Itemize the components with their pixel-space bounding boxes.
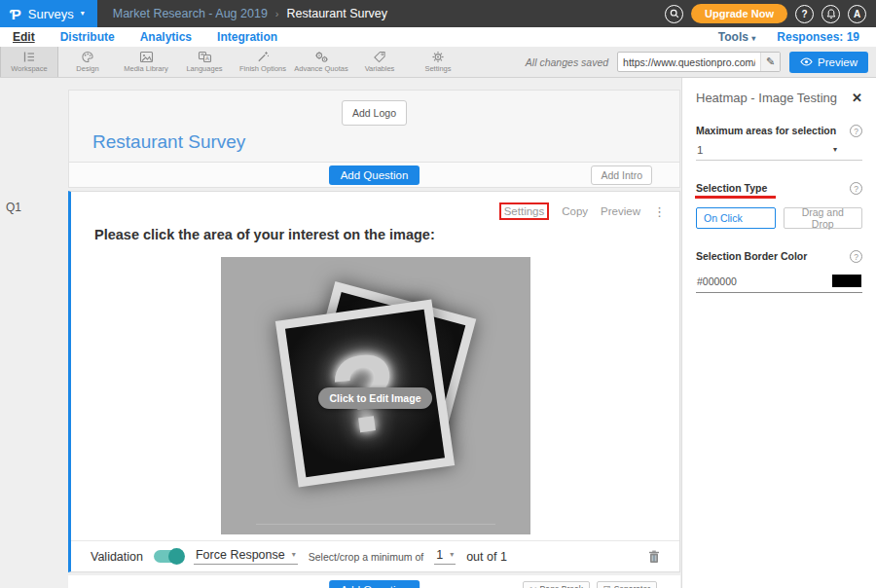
chevron-down-icon: ▾ (751, 34, 755, 43)
breadcrumb: Market Research - Aug 2019 › Restaurant … (113, 7, 387, 20)
edit-url-pencil-icon[interactable]: ✎ (760, 53, 780, 71)
validation-label: Validation (91, 550, 143, 564)
toolbar-item-finish-options[interactable]: Finish Options (234, 47, 292, 77)
survey-header-actions: Add Question Add Intro (69, 162, 679, 187)
max-areas-label: Maximum areas for selection (696, 125, 836, 136)
min-value-dropdown[interactable]: 1 ▾ (434, 548, 456, 565)
min-selection-prefix: Select/crop a minimum of (309, 551, 423, 563)
tab-distribute[interactable]: Distribute (60, 30, 115, 44)
toolbar-item-media-library[interactable]: Media Library (117, 47, 175, 77)
page-break-button[interactable]: ✂ Page Break (523, 581, 590, 588)
question-more-menu-icon[interactable]: ⋮ (653, 204, 666, 219)
tab-edit[interactable]: Edit (13, 30, 35, 44)
image-icon (139, 51, 154, 63)
add-question-button-top[interactable]: Add Question (329, 165, 420, 185)
delete-question-trash-icon[interactable] (648, 550, 660, 564)
toolbar-item-design[interactable]: Design (58, 47, 117, 77)
checkbox-icon: ☑ (603, 584, 611, 588)
border-color-label: Selection Border Color (696, 250, 807, 262)
survey-url-input[interactable] (618, 56, 760, 68)
tools-menu[interactable]: Tools ▾ (718, 30, 755, 44)
translate-icon: A (198, 51, 212, 63)
toolbar-item-advance-quotas[interactable]: Advance Quotas (292, 47, 350, 77)
max-areas-select[interactable]: 1 ▾ (696, 137, 862, 161)
topbar-actions: Upgrade Now ? A (665, 4, 876, 23)
question-preview-link[interactable]: Preview (601, 205, 640, 217)
help-icon[interactable]: ? (850, 250, 862, 263)
question-settings-panel: Heatmap - Image Testing ✕ Maximum areas … (681, 78, 876, 588)
survey-header-card: Add Logo Restaurant Survey Add Question … (68, 90, 680, 188)
chevron-down-icon: ▾ (81, 10, 85, 18)
question-text[interactable]: Please click the area of your interest o… (94, 227, 435, 242)
chevron-down-icon: ▾ (292, 551, 296, 559)
placeholder-divider (256, 524, 495, 525)
survey-url-field: ✎ (617, 52, 781, 72)
notifications-bell-icon[interactable] (821, 5, 840, 23)
help-icon[interactable]: ? (795, 5, 814, 23)
product-name: Surveys (28, 7, 74, 21)
toolbar-item-languages[interactable]: A Languages (175, 47, 234, 77)
chevron-down-icon: ▾ (450, 551, 454, 559)
upgrade-now-button[interactable]: Upgrade Now (691, 4, 787, 23)
selection-type-label: Selection Type (696, 182, 767, 194)
question-settings-link[interactable]: Settings (499, 202, 550, 220)
between-questions-bar: Add Question ✂ Page Break ☑ Separator (68, 575, 680, 588)
click-to-edit-image-button[interactable]: Click to Edit Image (318, 387, 433, 409)
tab-integration[interactable]: Integration (217, 30, 277, 44)
color-swatch[interactable] (832, 275, 861, 287)
tab-analytics[interactable]: Analytics (140, 30, 192, 44)
add-logo-button[interactable]: Add Logo (342, 100, 407, 126)
editor-toolbar: Workspace Design Media Library A Languag… (0, 47, 876, 78)
scissors-icon: ✂ (529, 584, 536, 588)
toolbar-item-workspace[interactable]: Workspace (0, 47, 58, 77)
close-icon[interactable]: ✕ (852, 91, 862, 105)
chevron-down-icon: ▾ (833, 146, 837, 154)
surveys-product-menu[interactable]: Ƥ Surveys ▾ (0, 0, 97, 27)
responses-count-link[interactable]: Responses: 19 (777, 30, 859, 44)
question-number-label: Q1 (6, 201, 21, 214)
toolbar-item-settings[interactable]: Settings (409, 47, 467, 77)
svg-text:A: A (204, 55, 208, 61)
min-selection-suffix: out of 1 (466, 550, 507, 564)
heatmap-image-placeholder[interactable]: ? Click to Edit Image (221, 257, 530, 534)
eye-icon (800, 57, 813, 66)
toolbar-item-variables[interactable]: Variables (350, 47, 409, 77)
border-color-value: #000000 (697, 276, 737, 287)
help-icon[interactable]: ? (850, 182, 862, 195)
breadcrumb-separator-icon: › (275, 8, 279, 19)
palette-icon (81, 51, 94, 63)
quotas-gears-icon (314, 51, 329, 63)
panel-title: Heatmap - Image Testing (696, 91, 837, 105)
magic-wand-icon (256, 51, 270, 63)
border-color-picker[interactable]: #000000 (696, 270, 862, 293)
search-icon[interactable] (665, 5, 683, 23)
validation-bar: Validation Force Response ▾ Select/crop … (71, 540, 679, 571)
gear-icon (431, 51, 445, 63)
question-copy-link[interactable]: Copy (562, 205, 588, 217)
separator-button[interactable]: ☑ Separator (597, 581, 657, 588)
top-bar: Ƥ Surveys ▾ Market Research - Aug 2019 ›… (0, 0, 876, 27)
save-status-text: All changes saved (526, 56, 608, 68)
add-question-button-bottom[interactable]: Add Question (329, 580, 420, 588)
workspace-icon (22, 51, 36, 63)
questionpro-logo-icon: Ƥ (10, 6, 21, 22)
validation-type-dropdown[interactable]: Force Response ▾ (194, 548, 298, 565)
question-card: Settings Copy Preview ⋮ Please click the… (68, 191, 680, 572)
help-icon[interactable]: ? (850, 125, 862, 137)
preview-button[interactable]: Preview (789, 52, 868, 73)
breadcrumb-survey-folder[interactable]: Market Research - Aug 2019 (113, 7, 268, 20)
breadcrumb-survey-name: Restaurant Survey (287, 7, 388, 20)
selection-type-drag-drop-button[interactable]: Drag and Drop (784, 207, 863, 229)
survey-title[interactable]: Restaurant Survey (92, 131, 679, 153)
tag-icon (373, 51, 386, 63)
add-intro-button[interactable]: Add Intro (591, 165, 652, 185)
account-avatar[interactable]: A (848, 5, 866, 23)
survey-editor-canvas: Q1 Add Logo Restaurant Survey Add Questi… (0, 78, 681, 588)
selection-type-on-click-button[interactable]: On Click (696, 207, 776, 229)
section-nav: Edit Distribute Analytics Integration To… (0, 27, 876, 47)
validation-toggle[interactable] (154, 550, 183, 563)
